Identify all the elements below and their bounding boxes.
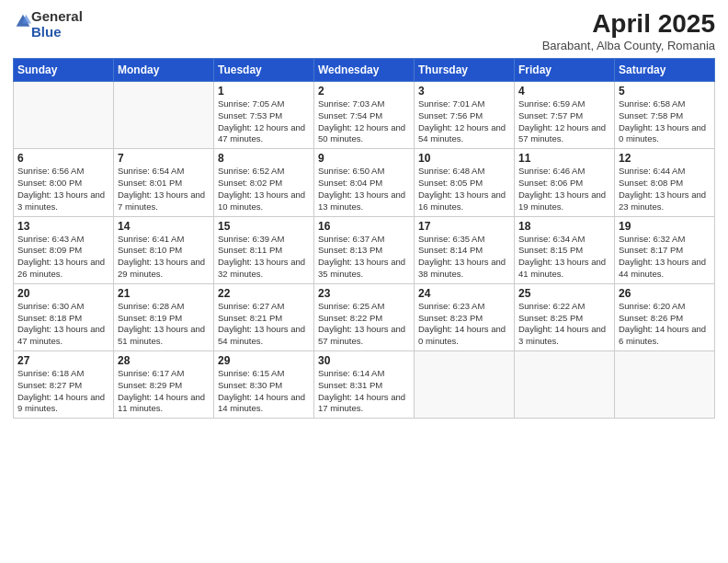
table-cell: 13Sunrise: 6:43 AMSunset: 8:09 PMDayligh… [14, 216, 114, 283]
table-cell: 4Sunrise: 6:59 AMSunset: 7:57 PMDaylight… [515, 82, 615, 149]
table-cell: 28Sunrise: 6:17 AMSunset: 8:29 PMDayligh… [114, 351, 214, 419]
day-info: Sunrise: 6:20 AMSunset: 8:26 PMDaylight:… [619, 301, 711, 348]
table-cell: 29Sunrise: 6:15 AMSunset: 8:30 PMDayligh… [214, 351, 314, 419]
table-cell: 15Sunrise: 6:39 AMSunset: 8:11 PMDayligh… [214, 216, 314, 283]
day-number: 30 [318, 354, 410, 367]
title-block: April 2025 Barabant, Alba County, Romani… [542, 9, 715, 52]
table-cell [515, 351, 615, 419]
table-cell: 22Sunrise: 6:27 AMSunset: 8:21 PMDayligh… [214, 283, 314, 350]
table-cell: 24Sunrise: 6:23 AMSunset: 8:23 PMDayligh… [415, 283, 515, 350]
header: General Blue April 2025 Barabant, Alba C… [13, 9, 715, 52]
table-cell: 5Sunrise: 6:58 AMSunset: 7:58 PMDaylight… [615, 82, 715, 149]
table-cell: 2Sunrise: 7:03 AMSunset: 7:54 PMDaylight… [314, 82, 415, 149]
day-info: Sunrise: 6:30 AMSunset: 8:18 PMDaylight:… [17, 301, 109, 348]
table-cell: 16Sunrise: 6:37 AMSunset: 8:13 PMDayligh… [314, 216, 415, 283]
day-number: 15 [218, 220, 310, 233]
day-number: 9 [318, 152, 410, 165]
day-number: 6 [17, 152, 109, 165]
logo-text: General Blue [31, 9, 83, 40]
calendar-week-row: 20Sunrise: 6:30 AMSunset: 8:18 PMDayligh… [14, 283, 715, 350]
day-number: 1 [218, 85, 310, 98]
day-info: Sunrise: 6:35 AMSunset: 8:14 PMDaylight:… [418, 234, 510, 281]
day-number: 26 [619, 287, 711, 300]
day-info: Sunrise: 7:03 AMSunset: 7:54 PMDaylight:… [318, 98, 410, 145]
table-cell: 11Sunrise: 6:46 AMSunset: 8:06 PMDayligh… [515, 149, 615, 216]
day-number: 11 [518, 152, 610, 165]
day-number: 29 [218, 354, 310, 367]
logo-icon [15, 13, 31, 29]
day-number: 7 [118, 152, 210, 165]
day-number: 13 [17, 220, 109, 233]
table-cell [415, 351, 515, 419]
day-info: Sunrise: 6:58 AMSunset: 7:58 PMDaylight:… [619, 98, 711, 145]
day-info: Sunrise: 6:46 AMSunset: 8:06 PMDaylight:… [518, 166, 610, 213]
col-wednesday: Wednesday [314, 59, 415, 82]
day-number: 12 [619, 152, 711, 165]
table-cell [615, 351, 715, 419]
logo: General Blue [13, 9, 83, 40]
calendar-table: Sunday Monday Tuesday Wednesday Thursday… [13, 58, 715, 419]
table-cell: 25Sunrise: 6:22 AMSunset: 8:25 PMDayligh… [515, 283, 615, 350]
table-cell: 30Sunrise: 6:14 AMSunset: 8:31 PMDayligh… [314, 351, 415, 419]
day-number: 2 [318, 85, 410, 98]
day-number: 17 [418, 220, 510, 233]
table-cell: 14Sunrise: 6:41 AMSunset: 8:10 PMDayligh… [114, 216, 214, 283]
table-cell: 10Sunrise: 6:48 AMSunset: 8:05 PMDayligh… [415, 149, 515, 216]
day-number: 3 [418, 85, 510, 98]
day-info: Sunrise: 6:25 AMSunset: 8:22 PMDaylight:… [318, 301, 410, 348]
day-number: 18 [518, 220, 610, 233]
day-number: 19 [619, 220, 711, 233]
day-info: Sunrise: 6:27 AMSunset: 8:21 PMDaylight:… [218, 301, 310, 348]
col-sunday: Sunday [14, 59, 114, 82]
col-saturday: Saturday [615, 59, 715, 82]
day-number: 24 [418, 287, 510, 300]
col-friday: Friday [515, 59, 615, 82]
table-cell: 12Sunrise: 6:44 AMSunset: 8:08 PMDayligh… [615, 149, 715, 216]
month-year: April 2025 [542, 9, 715, 39]
day-info: Sunrise: 7:01 AMSunset: 7:56 PMDaylight:… [418, 98, 510, 145]
day-info: Sunrise: 6:59 AMSunset: 7:57 PMDaylight:… [518, 98, 610, 145]
logo-blue-text: Blue [31, 25, 83, 40]
table-cell: 3Sunrise: 7:01 AMSunset: 7:56 PMDaylight… [415, 82, 515, 149]
day-info: Sunrise: 6:14 AMSunset: 8:31 PMDaylight:… [318, 368, 410, 415]
day-info: Sunrise: 6:50 AMSunset: 8:04 PMDaylight:… [318, 166, 410, 213]
day-number: 10 [418, 152, 510, 165]
calendar-header-row: Sunday Monday Tuesday Wednesday Thursday… [14, 59, 715, 82]
day-info: Sunrise: 6:43 AMSunset: 8:09 PMDaylight:… [17, 234, 109, 281]
day-info: Sunrise: 6:15 AMSunset: 8:30 PMDaylight:… [218, 368, 310, 415]
table-cell: 1Sunrise: 7:05 AMSunset: 7:53 PMDaylight… [214, 82, 314, 149]
table-cell: 8Sunrise: 6:52 AMSunset: 8:02 PMDaylight… [214, 149, 314, 216]
table-cell: 20Sunrise: 6:30 AMSunset: 8:18 PMDayligh… [14, 283, 114, 350]
calendar-week-row: 1Sunrise: 7:05 AMSunset: 7:53 PMDaylight… [14, 82, 715, 149]
day-info: Sunrise: 6:52 AMSunset: 8:02 PMDaylight:… [218, 166, 310, 213]
calendar-week-row: 6Sunrise: 6:56 AMSunset: 8:00 PMDaylight… [14, 149, 715, 216]
day-number: 27 [17, 354, 109, 367]
day-info: Sunrise: 6:23 AMSunset: 8:23 PMDaylight:… [418, 301, 510, 348]
day-info: Sunrise: 6:37 AMSunset: 8:13 PMDaylight:… [318, 234, 410, 281]
calendar-week-row: 13Sunrise: 6:43 AMSunset: 8:09 PMDayligh… [14, 216, 715, 283]
calendar-week-row: 27Sunrise: 6:18 AMSunset: 8:27 PMDayligh… [14, 351, 715, 419]
day-number: 5 [619, 85, 711, 98]
table-cell: 6Sunrise: 6:56 AMSunset: 8:00 PMDaylight… [14, 149, 114, 216]
table-cell: 18Sunrise: 6:34 AMSunset: 8:15 PMDayligh… [515, 216, 615, 283]
col-thursday: Thursday [415, 59, 515, 82]
table-cell [114, 82, 214, 149]
day-info: Sunrise: 6:22 AMSunset: 8:25 PMDaylight:… [518, 301, 610, 348]
table-cell [14, 82, 114, 149]
page: General Blue April 2025 Barabant, Alba C… [0, 0, 728, 563]
col-tuesday: Tuesday [214, 59, 314, 82]
table-cell: 17Sunrise: 6:35 AMSunset: 8:14 PMDayligh… [415, 216, 515, 283]
day-info: Sunrise: 6:17 AMSunset: 8:29 PMDaylight:… [118, 368, 210, 415]
day-info: Sunrise: 6:18 AMSunset: 8:27 PMDaylight:… [17, 368, 109, 415]
day-info: Sunrise: 6:28 AMSunset: 8:19 PMDaylight:… [118, 301, 210, 348]
day-number: 14 [118, 220, 210, 233]
table-cell: 19Sunrise: 6:32 AMSunset: 8:17 PMDayligh… [615, 216, 715, 283]
day-number: 23 [318, 287, 410, 300]
table-cell: 7Sunrise: 6:54 AMSunset: 8:01 PMDaylight… [114, 149, 214, 216]
day-info: Sunrise: 6:41 AMSunset: 8:10 PMDaylight:… [118, 234, 210, 281]
day-number: 28 [118, 354, 210, 367]
day-info: Sunrise: 6:54 AMSunset: 8:01 PMDaylight:… [118, 166, 210, 213]
day-number: 8 [218, 152, 310, 165]
table-cell: 26Sunrise: 6:20 AMSunset: 8:26 PMDayligh… [615, 283, 715, 350]
day-info: Sunrise: 6:34 AMSunset: 8:15 PMDaylight:… [518, 234, 610, 281]
